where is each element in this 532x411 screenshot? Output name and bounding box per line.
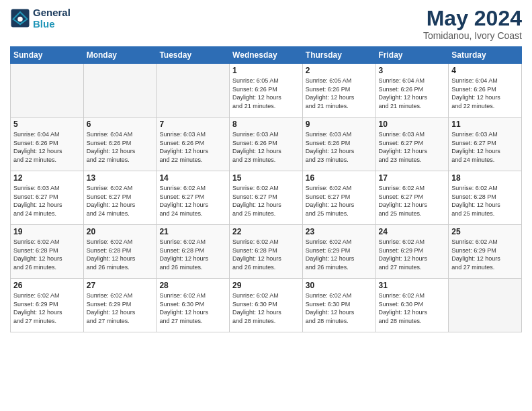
day-number: 19 [13,227,81,236]
day-info: Sunrise: 6:04 AM Sunset: 6:26 PM Dayligh… [379,77,446,110]
week-row-4: 19Sunrise: 6:02 AM Sunset: 6:28 PM Dayli… [11,225,522,279]
day-number: 1 [232,66,300,75]
day-info: Sunrise: 6:05 AM Sunset: 6:26 PM Dayligh… [232,77,300,110]
day-number: 28 [159,281,226,290]
day-info: Sunrise: 6:02 AM Sunset: 6:27 PM Dayligh… [232,184,300,218]
day-number: 30 [306,281,373,290]
day-number: 17 [379,173,446,183]
day-number: 6 [87,120,154,129]
logo-text: General Blue [33,7,71,30]
day-cell: 27Sunrise: 6:02 AM Sunset: 6:29 PM Dayli… [83,279,157,332]
day-cell: 8Sunrise: 6:03 AM Sunset: 6:26 PM Daylig… [230,118,303,171]
day-info: Sunrise: 6:02 AM Sunset: 6:30 PM Dayligh… [159,291,226,325]
day-number: 18 [451,173,519,183]
day-info: Sunrise: 6:02 AM Sunset: 6:29 PM Dayligh… [306,238,373,271]
day-info: Sunrise: 6:02 AM Sunset: 6:28 PM Dayligh… [451,184,519,218]
day-cell: 3Sunrise: 6:04 AM Sunset: 6:26 PM Daylig… [375,64,449,118]
day-cell [157,64,230,118]
day-number: 22 [232,227,300,236]
day-info: Sunrise: 6:03 AM Sunset: 6:27 PM Dayligh… [379,130,446,164]
week-row-3: 12Sunrise: 6:03 AM Sunset: 6:27 PM Dayli… [11,171,522,225]
logo-icon [10,8,30,28]
weekday-header-friday: Friday [375,47,449,64]
day-info: Sunrise: 6:02 AM Sunset: 6:28 PM Dayligh… [87,238,154,271]
week-row-5: 26Sunrise: 6:02 AM Sunset: 6:29 PM Dayli… [11,279,522,332]
day-info: Sunrise: 6:02 AM Sunset: 6:29 PM Dayligh… [13,291,81,325]
day-info: Sunrise: 6:02 AM Sunset: 6:28 PM Dayligh… [232,238,300,271]
day-cell [11,64,84,118]
day-info: Sunrise: 6:03 AM Sunset: 6:26 PM Dayligh… [306,130,373,164]
day-info: Sunrise: 6:05 AM Sunset: 6:26 PM Dayligh… [306,77,373,110]
day-cell: 29Sunrise: 6:02 AM Sunset: 6:30 PM Dayli… [230,279,303,332]
day-cell: 30Sunrise: 6:02 AM Sunset: 6:30 PM Dayli… [302,279,375,332]
day-info: Sunrise: 6:02 AM Sunset: 6:30 PM Dayligh… [306,291,373,325]
day-info: Sunrise: 6:02 AM Sunset: 6:29 PM Dayligh… [379,238,446,271]
day-info: Sunrise: 6:03 AM Sunset: 6:26 PM Dayligh… [232,130,300,164]
day-number: 29 [232,281,300,290]
day-number: 25 [451,227,519,236]
day-number: 23 [306,227,373,236]
day-info: Sunrise: 6:02 AM Sunset: 6:29 PM Dayligh… [87,291,154,325]
month-year: May 2024 [423,7,522,30]
day-number: 24 [379,227,446,236]
day-number: 10 [379,120,446,129]
day-number: 14 [159,173,226,183]
header: General Blue May 2024 Tomidanou, Ivory C… [10,7,522,41]
day-number: 21 [159,227,226,236]
weekday-header-thursday: Thursday [302,47,375,64]
weekday-header-monday: Monday [83,47,157,64]
day-cell [449,279,522,332]
day-cell: 20Sunrise: 6:02 AM Sunset: 6:28 PM Dayli… [83,225,157,279]
location: Tomidanou, Ivory Coast [423,30,522,41]
day-cell: 26Sunrise: 6:02 AM Sunset: 6:29 PM Dayli… [11,279,84,332]
day-info: Sunrise: 6:02 AM Sunset: 6:28 PM Dayligh… [159,238,226,271]
day-number: 7 [159,120,226,129]
day-cell: 24Sunrise: 6:02 AM Sunset: 6:29 PM Dayli… [375,225,449,279]
day-number: 9 [306,120,373,129]
day-info: Sunrise: 6:02 AM Sunset: 6:30 PM Dayligh… [232,291,300,325]
day-cell: 6Sunrise: 6:04 AM Sunset: 6:26 PM Daylig… [83,118,157,171]
day-number: 2 [306,66,373,75]
svg-point-3 [17,17,23,22]
day-cell [83,64,157,118]
day-cell: 18Sunrise: 6:02 AM Sunset: 6:28 PM Dayli… [449,171,522,225]
day-info: Sunrise: 6:02 AM Sunset: 6:28 PM Dayligh… [13,238,81,271]
day-number: 3 [379,66,446,75]
day-number: 27 [87,281,154,290]
weekday-header-row: SundayMondayTuesdayWednesdayThursdayFrid… [11,47,522,64]
day-number: 13 [87,173,154,183]
day-number: 31 [379,281,446,290]
weekday-header-wednesday: Wednesday [230,47,303,64]
day-number: 4 [451,66,519,75]
day-cell: 4Sunrise: 6:04 AM Sunset: 6:26 PM Daylig… [449,64,522,118]
day-cell: 31Sunrise: 6:02 AM Sunset: 6:30 PM Dayli… [375,279,449,332]
day-cell: 10Sunrise: 6:03 AM Sunset: 6:27 PM Dayli… [375,118,449,171]
day-cell: 15Sunrise: 6:02 AM Sunset: 6:27 PM Dayli… [230,171,303,225]
day-cell: 19Sunrise: 6:02 AM Sunset: 6:28 PM Dayli… [11,225,84,279]
day-info: Sunrise: 6:02 AM Sunset: 6:27 PM Dayligh… [306,184,373,218]
logo: General Blue [10,7,71,30]
day-cell: 25Sunrise: 6:02 AM Sunset: 6:29 PM Dayli… [449,225,522,279]
day-number: 26 [13,281,81,290]
day-cell: 14Sunrise: 6:02 AM Sunset: 6:27 PM Dayli… [157,171,230,225]
day-cell: 9Sunrise: 6:03 AM Sunset: 6:26 PM Daylig… [302,118,375,171]
day-number: 8 [232,120,300,129]
day-cell: 23Sunrise: 6:02 AM Sunset: 6:29 PM Dayli… [302,225,375,279]
day-cell: 12Sunrise: 6:03 AM Sunset: 6:27 PM Dayli… [11,171,84,225]
weekday-header-saturday: Saturday [449,47,522,64]
day-number: 11 [451,120,519,129]
day-cell: 17Sunrise: 6:02 AM Sunset: 6:27 PM Dayli… [375,171,449,225]
day-cell: 11Sunrise: 6:03 AM Sunset: 6:27 PM Dayli… [449,118,522,171]
week-row-2: 5Sunrise: 6:04 AM Sunset: 6:26 PM Daylig… [11,118,522,171]
day-cell: 1Sunrise: 6:05 AM Sunset: 6:26 PM Daylig… [230,64,303,118]
day-info: Sunrise: 6:02 AM Sunset: 6:30 PM Dayligh… [379,291,446,325]
day-number: 16 [306,173,373,183]
day-info: Sunrise: 6:02 AM Sunset: 6:27 PM Dayligh… [87,184,154,218]
day-info: Sunrise: 6:03 AM Sunset: 6:27 PM Dayligh… [451,130,519,164]
day-info: Sunrise: 6:02 AM Sunset: 6:27 PM Dayligh… [159,184,226,218]
week-row-1: 1Sunrise: 6:05 AM Sunset: 6:26 PM Daylig… [11,64,522,118]
day-info: Sunrise: 6:02 AM Sunset: 6:27 PM Dayligh… [379,184,446,218]
day-cell: 5Sunrise: 6:04 AM Sunset: 6:26 PM Daylig… [11,118,84,171]
day-cell: 28Sunrise: 6:02 AM Sunset: 6:30 PM Dayli… [157,279,230,332]
weekday-header-tuesday: Tuesday [157,47,230,64]
